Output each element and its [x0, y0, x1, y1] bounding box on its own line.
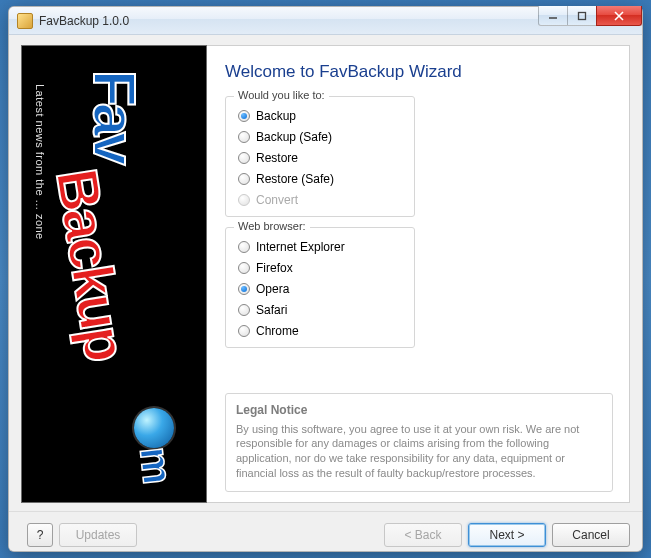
radio-icon [238, 304, 250, 316]
action-option: Convert [238, 189, 402, 210]
radio-icon [238, 152, 250, 164]
action-option[interactable]: Backup [238, 105, 402, 126]
app-window: FavBackup 1.0.0 Latest news from the ...… [8, 6, 643, 552]
action-group: Would you like to: BackupBackup (Safe)Re… [225, 96, 415, 217]
radio-icon [238, 110, 250, 122]
action-label: Convert [256, 193, 298, 207]
maximize-button[interactable] [567, 6, 597, 26]
browser-label: Internet Explorer [256, 240, 345, 254]
updates-button[interactable]: Updates [59, 523, 137, 547]
footer: ? Updates < Back Next > Cancel [9, 511, 642, 551]
sidebar-logo: Fav Backup m [58, 70, 198, 490]
close-button[interactable] [596, 6, 642, 26]
logo-text-fav: Fav [80, 70, 149, 161]
browser-option[interactable]: Firefox [238, 257, 402, 278]
radio-icon [238, 173, 250, 185]
legal-title: Legal Notice [236, 402, 602, 418]
radio-icon [238, 283, 250, 295]
browser-group-label: Web browser: [234, 220, 310, 232]
action-option[interactable]: Restore (Safe) [238, 168, 402, 189]
action-group-label: Would you like to: [234, 89, 329, 101]
action-option[interactable]: Backup (Safe) [238, 126, 402, 147]
titlebar[interactable]: FavBackup 1.0.0 [9, 7, 642, 35]
action-label: Backup [256, 109, 296, 123]
wizard-main: Welcome to FavBackup Wizard Would you li… [207, 45, 630, 503]
window-title: FavBackup 1.0.0 [39, 14, 129, 28]
browser-label: Firefox [256, 261, 293, 275]
radio-icon [238, 194, 250, 206]
logo-text-suffix: m [130, 444, 182, 486]
minimize-button[interactable] [538, 6, 568, 26]
browser-label: Opera [256, 282, 289, 296]
next-button[interactable]: Next > [468, 523, 546, 547]
help-button[interactable]: ? [27, 523, 53, 547]
legal-notice: Legal Notice By using this software, you… [225, 393, 613, 492]
logo-text-backup: Backup [43, 164, 139, 364]
action-label: Restore [256, 151, 298, 165]
globe-icon [134, 408, 174, 448]
sidebar-tagline: Latest news from the ... zone [34, 84, 46, 240]
action-label: Backup (Safe) [256, 130, 332, 144]
browser-label: Chrome [256, 324, 299, 338]
wizard-sidebar: Latest news from the ... zone Fav Backup… [21, 45, 207, 503]
svg-rect-1 [579, 12, 586, 19]
app-icon [17, 13, 33, 29]
back-button[interactable]: < Back [384, 523, 462, 547]
content-area: Latest news from the ... zone Fav Backup… [9, 35, 642, 511]
browser-label: Safari [256, 303, 287, 317]
browser-group: Web browser: Internet ExplorerFirefoxOpe… [225, 227, 415, 348]
legal-body: By using this software, you agree to use… [236, 422, 602, 481]
browser-option[interactable]: Internet Explorer [238, 236, 402, 257]
page-title: Welcome to FavBackup Wizard [225, 62, 613, 82]
radio-icon [238, 131, 250, 143]
radio-icon [238, 262, 250, 274]
action-option[interactable]: Restore [238, 147, 402, 168]
action-label: Restore (Safe) [256, 172, 334, 186]
window-controls [539, 6, 642, 26]
browser-option[interactable]: Chrome [238, 320, 402, 341]
cancel-button[interactable]: Cancel [552, 523, 630, 547]
browser-option[interactable]: Opera [238, 278, 402, 299]
radio-icon [238, 241, 250, 253]
radio-icon [238, 325, 250, 337]
browser-option[interactable]: Safari [238, 299, 402, 320]
